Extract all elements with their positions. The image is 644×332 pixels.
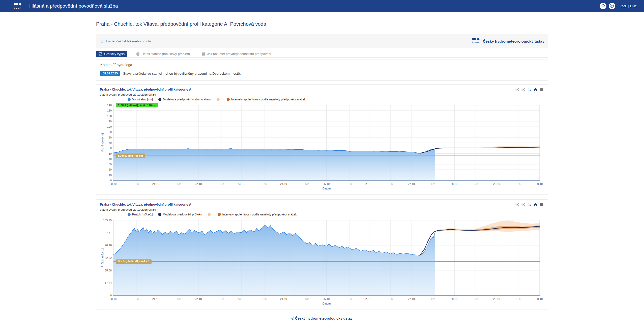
chart-canvas[interactable]: 010203040506070809010011012013014020.10.… [100,102,544,192]
x-tick-label: 13h [262,182,267,185]
x-tick-label: 30.10. [536,297,544,300]
pdf-icon [100,39,104,43]
tab-0[interactable]: Grafický výpis [96,51,127,57]
x-axis-title: Datum [323,187,331,190]
x-tick-label: 23.10. [238,182,245,185]
legend-label: Intervaly spolehlivosti podle nejistoty … [222,213,297,216]
zoom-in-icon[interactable] [515,88,519,91]
x-tick-label: 25.10. [323,182,331,185]
x-tick-label: 24.10. [280,297,288,300]
tab-1[interactable]: Detail stanice (tabulkový přehled) [134,51,192,57]
profile-pdf-link[interactable]: Evidenční list hlásného profilu [100,39,151,43]
top-navbar: ČHMÚ Hlásná a předpovědní povodňová služ… [0,0,644,12]
x-tick-label: 30.10. [536,182,544,185]
x-tick-label: 22.10. [195,297,203,300]
legend-label: Modelová předpověď vodního stavu [163,98,211,101]
legend-item[interactable]: Modelová předpověď průtoku [158,213,202,216]
chart-toolbar [515,203,544,206]
menu-icon[interactable] [540,203,544,206]
comment-heading: Komentář hydrologa [100,63,544,67]
legend-dot [218,213,221,216]
x-tick-label: 13h [262,297,267,300]
chart-canvas[interactable]: 017.5435.0852.6270.1687.71105.2520.10.13… [100,217,544,307]
home-button[interactable] [600,3,606,9]
menu-icon[interactable] [540,88,544,91]
x-tick-label: 12h [431,297,435,300]
chart-legend: Vodní stav [cm]Modelová předpověď vodníh… [128,97,544,102]
y-tick-label: 40 [109,157,112,160]
chmu-logo-text: ČHMÚ [14,7,22,10]
x-tick-label: 26.10. [365,297,373,300]
x-tick-label: 28.10. [451,182,458,185]
x-tick-label: 21.10. [152,297,160,300]
y-tick-label: 52.62 [105,256,112,259]
x-tick-label: 12h [388,297,393,300]
x-tick-label: 27.10. [408,297,416,300]
x-tick-label: 13h [134,297,139,300]
y-tick-label: 90 [109,130,112,133]
y-tick-label: 30 [109,163,112,166]
y-tick-label: 105.25 [103,219,112,222]
x-tick-label: 20.10. [110,182,118,185]
x-tick-label: 13h [177,182,181,185]
legend-item[interactable] [208,213,212,216]
tab-2[interactable]: Jak rozumět pravděpodobnostní předpovědi [199,51,274,57]
threshold-badge-label: Sucho, limit : 47,4 m3.s-1 [118,260,150,263]
legend-item[interactable]: Vodní stav [cm] [128,98,153,101]
y-tick-label: 35.08 [105,269,112,272]
tab-label: Grafický výpis [104,52,125,56]
chart-title: Praha - Chuchle, tok Vltava, předpovědní… [100,203,544,206]
help-button[interactable]: ? [609,3,615,9]
lines-icon [201,52,205,56]
x-tick-label: 20.10. [110,297,118,300]
zoom-in-icon[interactable] [515,203,519,206]
y-tick-label: 0 [110,294,112,297]
chart-title: Praha - Chuchle, tok Vltava, předpovědní… [100,88,544,91]
org-link[interactable]: ČHMÚ Český hydrometeorologický ústav [472,38,544,45]
zoom-select-icon[interactable] [528,88,531,91]
y-tick-label: 87.71 [105,231,112,234]
org-name: Český hydrometeorologický ústav [483,39,544,43]
tab-label: Detail stanice (tabulkový přehled) [141,52,190,56]
legend-dot [227,98,230,101]
zoom-out-icon[interactable] [521,88,525,91]
reset-home-icon[interactable] [534,88,537,91]
legend-label: Modelová předpověď průtoku [163,213,202,216]
y-tick-label: 70 [109,141,112,144]
language-switch[interactable]: CZE | ENG [621,4,637,8]
y-tick-label: 60 [109,147,112,150]
legend-item[interactable]: Intervaly spolehlivosti podle nejistoty … [227,98,306,101]
water-level-chart[interactable]: 010203040506070809010011012013014020.10.… [100,102,544,192]
legend-label: Intervaly spolehlivosti podle nejistoty … [231,98,306,101]
observed-area [113,225,435,295]
x-tick-label: 26.10. [365,182,373,185]
footer-copyright: © Český hydrometeorologický ústav [96,316,548,320]
x-tick-label: 22.10. [195,182,203,185]
y-tick-label: 120 [107,115,112,118]
chmu-logo[interactable]: ČHMÚ [14,3,22,10]
x-tick-label: 13h [305,297,309,300]
comment-date-badge: 08.09.2025 [100,71,120,76]
y-axis-title: Vodní stav [cm] [101,133,104,152]
legend-dot [128,98,131,101]
hydrologist-comment-card: Komentář hydrologa 08.09.2025 Stavy a pr… [96,60,548,81]
x-tick-label: 13h [219,297,224,300]
water-level-chart-card: Praha - Chuchle, tok Vltava, předpovědní… [96,84,548,195]
database-icon [136,52,140,56]
zoom-select-icon[interactable] [528,203,531,206]
y-tick-label: 17.54 [105,281,112,284]
legend-item[interactable]: Průtok [m3.s-1] [128,213,153,216]
chmu-logo-icon [14,3,22,7]
help-icon: ? [610,4,614,9]
x-tick-label: 12h [473,297,478,300]
x-tick-label: 25.10. [323,297,331,300]
legend-item[interactable]: Intervaly spolehlivosti podle nejistoty … [218,213,297,216]
reset-home-icon[interactable] [534,203,537,206]
legend-item[interactable] [217,98,221,101]
discharge-chart[interactable]: 017.5435.0852.6270.1687.71105.2520.10.13… [100,217,544,307]
y-tick-label: 110 [107,120,112,123]
legend-item[interactable]: Modelová předpověď vodního stavu [158,98,211,101]
x-tick-label: 12h [431,182,435,185]
zoom-out-icon[interactable] [521,203,525,206]
x-tick-label: 29.10. [493,297,501,300]
